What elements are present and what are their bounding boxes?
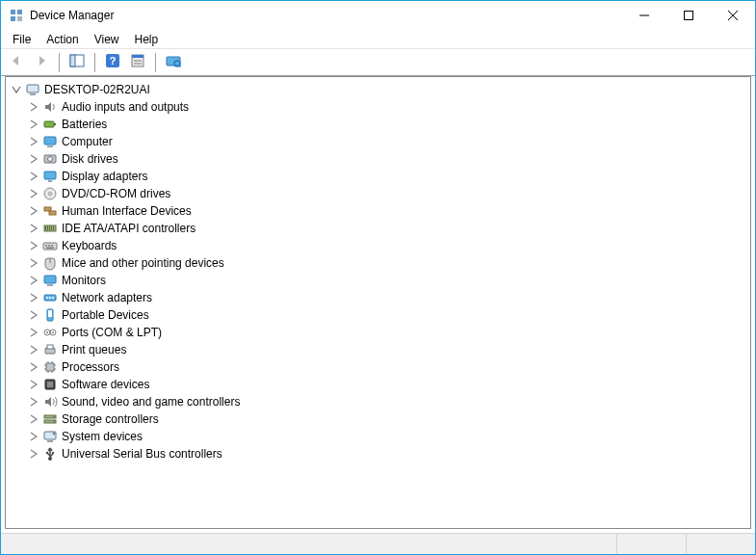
usb-icon (42, 446, 58, 462)
chevron-right-icon[interactable] (27, 152, 40, 166)
chevron-right-icon[interactable] (27, 222, 40, 235)
chevron-right-icon[interactable] (27, 378, 40, 391)
tree-category-row[interactable]: Storage controllers (27, 410, 748, 428)
tree-category-row[interactable]: Software devices (27, 376, 748, 393)
svg-rect-9 (70, 55, 75, 66)
tree-category-row[interactable]: Sound, video and game controllers (27, 393, 748, 410)
toolbar-console-tree-button[interactable] (65, 51, 89, 74)
toolbar-separator (59, 53, 60, 72)
chevron-right-icon[interactable] (27, 100, 40, 114)
chevron-right-icon[interactable] (27, 204, 40, 218)
chevron-right-icon[interactable] (27, 395, 40, 409)
tree-root-label: DESKTOP-02R2UAI (44, 83, 150, 96)
app-icon (9, 8, 24, 23)
minimize-button[interactable] (622, 1, 666, 30)
chevron-right-icon[interactable] (27, 412, 40, 426)
chevron-right-icon[interactable] (27, 187, 40, 200)
tree-category-row[interactable]: System devices (27, 428, 748, 445)
maximize-button[interactable] (666, 1, 711, 30)
menubar: File Action View Help (1, 30, 755, 49)
chevron-right-icon[interactable] (27, 274, 40, 287)
network-icon (42, 290, 58, 305)
console-tree-icon (69, 53, 85, 71)
svg-rect-2 (11, 16, 15, 21)
svg-rect-19 (27, 85, 39, 92)
toolbar-properties-button[interactable] (126, 51, 149, 74)
chevron-right-icon[interactable] (27, 447, 40, 461)
menu-file[interactable]: File (5, 31, 39, 48)
forward-arrow-icon (34, 53, 49, 71)
chevron-right-icon[interactable] (27, 256, 40, 270)
help-icon: ? (105, 53, 120, 71)
tree-category-label: Keyboards (62, 239, 117, 252)
chevron-right-icon[interactable] (27, 118, 40, 131)
mouse-icon (42, 255, 58, 271)
tree-category-row[interactable]: Computer (27, 133, 748, 150)
tree-category-label: Storage controllers (62, 412, 159, 426)
chevron-right-icon[interactable] (27, 239, 40, 252)
tree-category-label: Human Interface Devices (62, 204, 192, 218)
toolbar-help-button[interactable]: ? (101, 51, 124, 74)
tree-category-label: IDE ATA/ATAPI controllers (62, 222, 196, 235)
tree-category-row[interactable]: Disk drives (27, 150, 748, 168)
tree-category-row[interactable]: Processors (27, 358, 748, 376)
dvd-icon (42, 186, 58, 201)
tree-category-row[interactable]: Mice and other pointing devices (27, 254, 748, 272)
portable-icon (42, 307, 58, 323)
chevron-right-icon[interactable] (27, 135, 40, 148)
svg-rect-20 (30, 93, 36, 95)
statusbar (1, 533, 755, 554)
svg-rect-3 (17, 16, 22, 21)
chevron-right-icon[interactable] (27, 430, 40, 443)
scan-hardware-icon (166, 53, 181, 71)
back-arrow-icon (9, 53, 24, 71)
monitor-icon (42, 273, 58, 288)
system-icon (42, 429, 58, 444)
tree-category-row[interactable]: Network adapters (27, 289, 748, 306)
svg-rect-5 (685, 12, 693, 20)
printq-icon (42, 342, 58, 357)
tree-category-label: Batteries (62, 118, 107, 131)
cpu-icon (42, 359, 58, 375)
menu-help[interactable]: Help (127, 31, 167, 48)
chevron-right-icon[interactable] (27, 308, 40, 322)
tree-category-label: Monitors (62, 274, 106, 287)
tree-category-row[interactable]: IDE ATA/ATAPI controllers (27, 220, 748, 237)
close-button[interactable] (711, 1, 755, 30)
tree-category-row[interactable]: Display adapters (27, 168, 748, 185)
toolbar-separator (155, 53, 156, 72)
chevron-right-icon[interactable] (27, 326, 40, 339)
tree-category-row[interactable]: Print queues (27, 341, 748, 358)
tree-category-row[interactable]: Ports (COM & LPT) (27, 324, 748, 341)
menu-view[interactable]: View (87, 31, 127, 48)
tree-category-row[interactable]: Audio inputs and outputs (27, 98, 748, 116)
tree-category-label: Processors (62, 360, 119, 374)
chevron-down-icon[interactable] (10, 83, 23, 96)
chevron-right-icon[interactable] (27, 343, 40, 357)
tree-category-label: DVD/CD-ROM drives (62, 187, 170, 200)
computer-icon (42, 134, 58, 149)
tree-category-label: Network adapters (62, 291, 152, 304)
chevron-right-icon[interactable] (27, 170, 40, 183)
properties-icon (130, 53, 145, 71)
tree-category-row[interactable]: Batteries (27, 116, 748, 133)
tree-category-row[interactable]: DVD/CD-ROM drives (27, 185, 748, 202)
chevron-right-icon[interactable] (27, 291, 40, 304)
tree-category-row[interactable]: Portable Devices (27, 306, 748, 324)
tree-category-label: Display adapters (62, 170, 147, 183)
sound-icon (42, 394, 58, 410)
tree-root-row[interactable]: DESKTOP-02R2UAI (8, 81, 748, 98)
toolbar-scan-button[interactable] (162, 51, 185, 74)
chevron-right-icon[interactable] (27, 360, 40, 374)
keyboard-icon (42, 238, 58, 253)
titlebar[interactable]: Device Manager (1, 1, 755, 30)
tree-category-row[interactable]: Keyboards (27, 237, 748, 254)
tree-category-row[interactable]: Universal Serial Bus controllers (27, 445, 748, 462)
tree-category-row[interactable]: Human Interface Devices (27, 202, 748, 220)
tree-category-label: Ports (COM & LPT) (62, 326, 162, 339)
tree-category-row[interactable]: Monitors (27, 272, 748, 289)
toolbar: ? (1, 49, 755, 76)
statusbar-segment (616, 534, 686, 554)
device-tree: DESKTOP-02R2UAI Audio inputs and outputs… (6, 77, 750, 466)
menu-action[interactable]: Action (39, 31, 86, 48)
